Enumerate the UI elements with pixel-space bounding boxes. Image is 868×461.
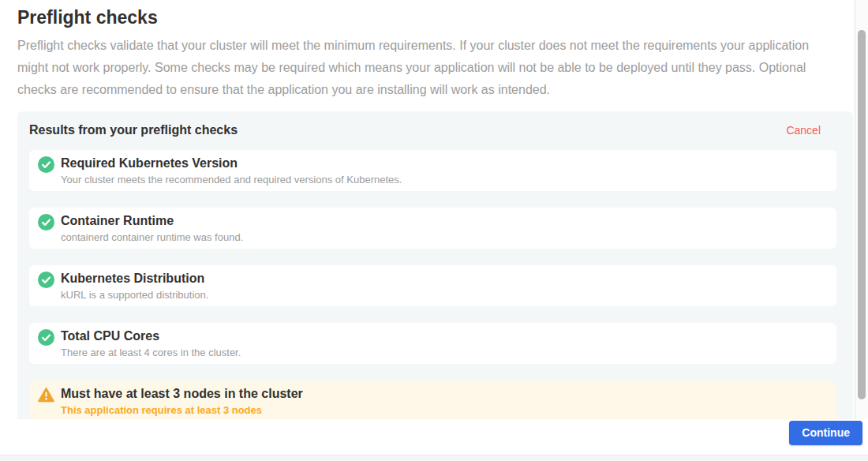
scrollbar-thumb[interactable] (858, 30, 866, 399)
check-text: Total CPU Cores There are at least 4 cor… (61, 328, 241, 359)
check-message: kURL is a supported distribution. (61, 289, 208, 302)
check-item-warning: Must have at least 3 nodes in the cluste… (29, 380, 836, 419)
scrollbar-track[interactable] (855, 0, 868, 427)
continue-button[interactable]: Continue (789, 421, 862, 445)
success-check-icon (38, 214, 54, 231)
cancel-link[interactable]: Cancel (786, 122, 821, 138)
check-message: containerd container runtime was found. (61, 231, 243, 244)
check-title: Total CPU Cores (61, 328, 241, 345)
check-title: Must have at least 3 nodes in the cluste… (61, 385, 303, 403)
warning-triangle-icon (38, 387, 54, 404)
success-check-icon (38, 272, 54, 289)
check-message: This application requires at least 3 nod… (61, 404, 303, 417)
preflight-checks-page: Preflight checks Preflight checks valida… (0, 0, 868, 461)
results-card-header: Results from your preflight checks Cance… (29, 122, 836, 138)
check-item: Kubernetes Distribution kURL is a suppor… (29, 265, 836, 306)
bottom-edge-strip (0, 455, 868, 461)
check-message: Your cluster meets the recommended and r… (61, 174, 402, 186)
check-text: Kubernetes Distribution kURL is a suppor… (61, 270, 208, 302)
check-title: Container Runtime (61, 212, 243, 230)
check-title: Required Kubernetes Version (61, 155, 402, 172)
scrollable-content: Preflight checks Preflight checks valida… (0, 0, 855, 419)
page-content: Preflight checks Preflight checks valida… (0, 0, 855, 419)
footer-bar: Continue (0, 419, 868, 455)
check-text: Required Kubernetes Version Your cluster… (61, 155, 402, 186)
success-check-icon (38, 156, 54, 174)
page-description: Preflight checks validate that your clus… (17, 35, 843, 101)
check-text: Must have at least 3 nodes in the cluste… (61, 385, 303, 417)
check-text: Container Runtime containerd container r… (61, 212, 243, 244)
results-card-title: Results from your preflight checks (29, 122, 238, 138)
page-title: Preflight checks (17, 5, 853, 30)
preflight-results-card: Results from your preflight checks Cance… (17, 111, 853, 419)
success-check-icon (38, 329, 54, 347)
check-item: Container Runtime containerd container r… (29, 208, 836, 249)
check-title: Kubernetes Distribution (61, 270, 208, 287)
check-item: Required Kubernetes Version Your cluster… (29, 150, 836, 191)
check-message: There are at least 4 cores in the cluste… (61, 347, 241, 359)
check-item: Total CPU Cores There are at least 4 cor… (29, 323, 836, 364)
